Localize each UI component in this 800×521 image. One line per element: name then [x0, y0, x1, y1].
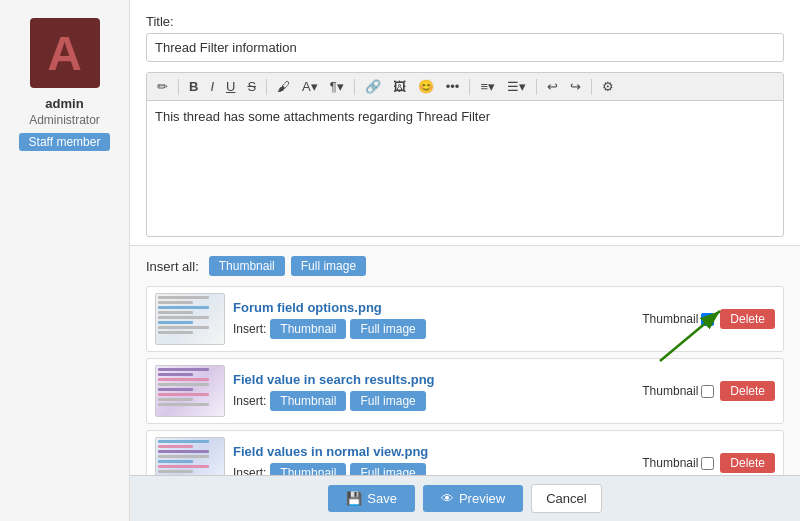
thumb-line [158, 460, 193, 463]
insert-thumbnail-2-btn[interactable]: Thumbnail [270, 391, 346, 411]
thumbnail-check-text-1: Thumbnail [642, 312, 698, 326]
toolbar-sep-1 [178, 79, 179, 95]
toolbar-underline-btn[interactable]: U [222, 77, 239, 96]
thumb-line [158, 388, 193, 391]
insert-thumbnail-3-btn[interactable]: Thumbnail [270, 463, 346, 476]
insert-thumbnail-1-btn[interactable]: Thumbnail [270, 319, 346, 339]
thumb-line [158, 296, 209, 299]
attachment-actions-3: Thumbnail Delete [642, 453, 775, 473]
thumb-line [158, 450, 209, 453]
sidebar: A admin Administrator Staff member [0, 0, 130, 521]
thumbnail-checkbox-3[interactable] [701, 457, 714, 470]
preview-label: Preview [459, 491, 505, 506]
toolbar-settings-btn[interactable]: ⚙ [598, 77, 618, 96]
toolbar-font-btn[interactable]: A▾ [298, 77, 322, 96]
thumb-line [158, 440, 209, 443]
insert-label-2: Insert: [233, 394, 266, 408]
insert-row-3: Insert: Thumbnail Full image [233, 463, 634, 476]
insert-all-fullimage-btn[interactable]: Full image [291, 256, 366, 276]
title-input[interactable] [146, 33, 784, 62]
toolbar-color-btn[interactable]: 🖌 [273, 77, 294, 96]
toolbar-sep-6 [591, 79, 592, 95]
attachment-thumb-1 [155, 293, 225, 345]
footer: 💾 Save 👁 Preview Cancel [130, 475, 800, 521]
insert-row-2: Insert: Thumbnail Full image [233, 391, 634, 411]
toolbar-italic-btn[interactable]: I [206, 77, 218, 96]
save-button[interactable]: 💾 Save [328, 485, 415, 512]
toolbar-sep-4 [469, 79, 470, 95]
toolbar-strike-btn[interactable]: S [243, 77, 260, 96]
thumb-line [158, 331, 193, 334]
thumb-line [158, 321, 193, 324]
insert-all-row: Insert all: Thumbnail Full image [146, 256, 784, 276]
thumb-line [158, 403, 209, 406]
thumbnail-check-text-3: Thumbnail [642, 456, 698, 470]
staff-badge[interactable]: Staff member [19, 133, 111, 151]
delete-btn-2[interactable]: Delete [720, 381, 775, 401]
avatar-letter: A [47, 26, 82, 81]
attachment-name-1: Forum field options.png [233, 300, 634, 315]
attachment-row-1: Forum field options.png Insert: Thumbnai… [146, 286, 784, 352]
insert-fullimage-1-btn[interactable]: Full image [350, 319, 425, 339]
toolbar-link-btn[interactable]: 🔗 [361, 77, 385, 96]
insert-all-label: Insert all: [146, 259, 199, 274]
thumb-line [158, 326, 209, 329]
toolbar-more-btn[interactable]: ••• [442, 77, 464, 96]
thumbnail-checkbox-1[interactable] [701, 313, 714, 326]
delete-btn-1[interactable]: Delete [720, 309, 775, 329]
toolbar: ✏ B I U S 🖌 A▾ ¶▾ 🔗 🖼 😊 ••• ≡▾ ☰▾ ↩ [147, 73, 783, 101]
thumb-line [158, 378, 209, 381]
toolbar-para-btn[interactable]: ¶▾ [326, 77, 348, 96]
attachment-info-3: Field values in normal view.png Insert: … [233, 444, 634, 476]
editor-wrapper: ✏ B I U S 🖌 A▾ ¶▾ 🔗 🖼 😊 ••• ≡▾ ☰▾ ↩ [146, 72, 784, 237]
attachment-info-1: Forum field options.png Insert: Thumbnai… [233, 300, 634, 339]
thumb-line [158, 383, 209, 386]
delete-btn-3[interactable]: Delete [720, 453, 775, 473]
insert-label-1: Insert: [233, 322, 266, 336]
thumbnail-check-label-3[interactable]: Thumbnail [642, 456, 714, 470]
thumbnail-checkbox-2[interactable] [701, 385, 714, 398]
attachment-actions-2: Thumbnail Delete [642, 381, 775, 401]
thumb-line [158, 393, 209, 396]
toolbar-sep-5 [536, 79, 537, 95]
thumbnail-check-label-2[interactable]: Thumbnail [642, 384, 714, 398]
editor-body[interactable]: This thread has some attachments regardi… [147, 101, 783, 236]
save-icon: 💾 [346, 491, 362, 506]
toolbar-emoji-btn[interactable]: 😊 [414, 77, 438, 96]
attachment-row-3: Field values in normal view.png Insert: … [146, 430, 784, 475]
editor-text: This thread has some attachments regardi… [155, 109, 490, 124]
toolbar-image-btn[interactable]: 🖼 [389, 77, 410, 96]
insert-fullimage-2-btn[interactable]: Full image [350, 391, 425, 411]
thumb-line [158, 455, 209, 458]
toolbar-pen-btn[interactable]: ✏ [153, 77, 172, 96]
insert-fullimage-3-btn[interactable]: Full image [350, 463, 425, 476]
avatar: A [30, 18, 100, 88]
attachment-actions-1: Thumbnail Delete [642, 309, 775, 329]
thumbnail-check-label-1[interactable]: Thumbnail [642, 312, 714, 326]
save-label: Save [367, 491, 397, 506]
thumb-line [158, 373, 193, 376]
attachment-thumb-2 [155, 365, 225, 417]
attachments-area: Insert all: Thumbnail Full image Foru [130, 245, 800, 475]
toolbar-redo-btn[interactable]: ↪ [566, 77, 585, 96]
cancel-button[interactable]: Cancel [531, 484, 601, 513]
preview-button[interactable]: 👁 Preview [423, 485, 523, 512]
preview-icon: 👁 [441, 491, 454, 506]
toolbar-bold-btn[interactable]: B [185, 77, 202, 96]
insert-row-1: Insert: Thumbnail Full image [233, 319, 634, 339]
attachment-row-2: Field value in search results.png Insert… [146, 358, 784, 424]
editor-area: Title: ✏ B I U S 🖌 A▾ ¶▾ 🔗 🖼 😊 ••• ≡▾ [130, 0, 800, 245]
thumb-line [158, 445, 193, 448]
thumb-line [158, 465, 209, 468]
insert-all-thumbnail-btn[interactable]: Thumbnail [209, 256, 285, 276]
thumb-line [158, 311, 193, 314]
toolbar-sep-3 [354, 79, 355, 95]
attachment-name-2: Field value in search results.png [233, 372, 634, 387]
toolbar-list-btn[interactable]: ☰▾ [503, 77, 530, 96]
toolbar-align-btn[interactable]: ≡▾ [476, 77, 499, 96]
main-content: Title: ✏ B I U S 🖌 A▾ ¶▾ 🔗 🖼 😊 ••• ≡▾ [130, 0, 800, 521]
thumb-line [158, 368, 209, 371]
attachment-thumb-3 [155, 437, 225, 475]
toolbar-undo-btn[interactable]: ↩ [543, 77, 562, 96]
thumb-line [158, 306, 209, 309]
